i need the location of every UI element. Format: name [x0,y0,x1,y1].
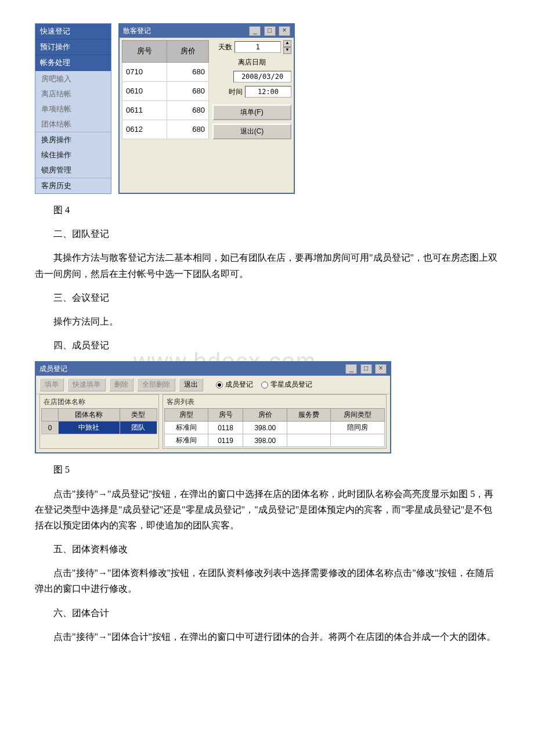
cell-group-type: 团队 [120,422,157,434]
cell-room-price: 398.00 [243,434,287,447]
dialog-title: 散客登记 [123,26,151,36]
minimize-icon[interactable]: _ [249,26,261,36]
section-title: 四、成员登记 [35,337,499,353]
nav-item[interactable]: 换房操作 [35,132,111,147]
cell-room: 0710 [122,62,167,81]
panel-caption: 客房列表 [167,397,385,407]
table-row[interactable]: 标准间 0119 398.00 [165,434,385,447]
body-text: 点击"接待"→"成员登记"按钮，在弹出的窗口中选择在店的团体名称，此时团队名称会… [35,486,499,534]
col-index [42,409,59,422]
section-title: 三、会议登记 [35,290,499,305]
col-room-price: 房价 [243,409,287,422]
group-list-panel: 在店团体名称 团体名称 类型 0 中旅社 团队 [39,394,159,449]
table-row[interactable]: 0612680 [122,120,209,139]
time-input[interactable]: 12:00 [245,86,291,98]
radio-label: 零星成员登记 [270,380,312,390]
nav-item[interactable]: 单项结帐 [35,102,111,117]
cell-price: 680 [167,100,209,120]
exit-button[interactable]: 退出(C) [212,124,291,139]
member-register-dialog: 成员登记 _ □ × 填单 快速填单 删除 全部删除 退出 成员登记 零星成员登… [35,361,391,453]
leave-date-label: 离店日期 [238,57,266,67]
col-room: 房号 [122,41,167,63]
col-room-type: 房型 [165,409,208,422]
body-text: 点击"接待"→"团体合计"按钮，在弹出的窗口中可进行团体的合并。将两个在店团的体… [35,629,499,645]
cell-room: 0612 [122,120,167,139]
radio-dot-icon [261,381,268,388]
body-text: 点击"接待"→"团体资料修改"按钮，在团队资料修改列表中选择需要修改的团体名称点… [35,565,499,596]
days-input[interactable]: 1 [234,41,281,53]
close-icon[interactable]: × [375,364,387,374]
table-row[interactable]: 0610680 [122,81,209,100]
nav-header[interactable]: 快速登记 [35,24,111,39]
dialog-title: 成员登记 [39,364,67,374]
radio-sporadic[interactable]: 零星成员登记 [261,380,312,390]
figure-4: 快速登记 预订操作 帐务处理 房吧输入 离店结帐 单项结帐 团体结帐 换房操作 … [35,23,499,194]
nav-item[interactable]: 客房历史 [35,178,111,193]
time-label: 时间 [229,87,243,97]
toolbar: 填单 快速填单 删除 全部删除 退出 成员登记 零星成员登记 [36,376,390,394]
cell-price: 680 [167,81,209,100]
minimize-icon[interactable]: _ [345,364,357,374]
section-title: 二、团队登记 [35,226,499,242]
room-table: 房号 房价 0710680 0610680 0611680 0612680 [122,40,209,139]
cell-index: 0 [42,422,59,434]
col-group-type: 类型 [120,409,157,422]
col-room-no: 房号 [208,409,243,422]
guest-register-dialog: 散客登记 _ □ × 房号 房价 0710680 0610680 0611680… [118,23,295,194]
nav-item[interactable]: 锁房管理 [35,163,111,178]
room-list-panel: 客房列表 房型 房号 房价 服务费 房间类型 标准间 0118 398.00 陪… [163,394,387,449]
table-row[interactable]: 0710680 [122,62,209,81]
cell-room-cat [330,434,384,447]
side-nav: 快速登记 预订操作 帐务处理 房吧输入 离店结帐 单项结帐 团体结帐 换房操作 … [35,23,111,194]
radio-member[interactable]: 成员登记 [216,380,253,390]
leave-date-input[interactable]: 2008/03/20 [233,71,291,82]
nav-header[interactable]: 预订操作 [35,39,111,55]
table-row[interactable]: 0 中旅社 团队 [42,422,157,434]
cell-group-name: 中旅社 [59,422,120,434]
col-price: 房价 [167,41,209,63]
cell-room-price: 398.00 [243,422,287,434]
cell-room: 0610 [122,81,167,100]
delete-all-button[interactable]: 全部删除 [137,378,175,391]
col-service-fee: 服务费 [287,409,331,422]
figure-caption: 图 5 [35,462,499,477]
radio-label: 成员登记 [225,380,253,390]
close-icon[interactable]: × [279,26,290,36]
cell-room-type: 标准间 [165,434,208,447]
panel-caption: 在店团体名称 [44,397,157,407]
section-title: 六、团体合计 [35,605,499,621]
col-group-name: 团体名称 [59,409,120,422]
nav-item[interactable]: 团体结帐 [35,117,111,132]
figure-caption: 图 4 [35,202,499,218]
body-text: 其操作方法与散客登记方法二基本相同，如已有团队在店，要再增加房间可用"成员登记"… [35,250,499,281]
days-label: 天数 [218,42,232,52]
cell-room-type: 标准间 [165,422,208,434]
nav-item[interactable]: 房吧输入 [35,71,111,87]
table-row[interactable]: 标准间 0118 398.00 陪同房 [165,422,385,434]
cell-service-fee [287,422,331,434]
fill-button[interactable]: 填单 [39,378,64,391]
cell-price: 680 [167,120,209,139]
fill-button[interactable]: 填单(F) [212,105,291,120]
cell-service-fee [287,434,331,447]
section-title: 五、团体资料修改 [35,541,499,557]
quickfill-button[interactable]: 快速填单 [67,378,106,391]
cell-room-no: 0119 [208,434,243,447]
cell-room-cat: 陪同房 [330,422,384,434]
dialog-titlebar: 成员登记 _ □ × [36,362,390,376]
cell-room: 0611 [122,100,167,120]
nav-header[interactable]: 帐务处理 [35,55,111,71]
cell-room-no: 0118 [208,422,243,434]
exit-button[interactable]: 退出 [179,378,203,391]
nav-item[interactable]: 离店结帐 [35,87,111,102]
delete-button[interactable]: 删除 [109,378,134,391]
col-room-cat: 房间类型 [330,409,384,422]
dialog-titlebar: 散客登记 _ □ × [120,24,294,38]
maximize-icon[interactable]: □ [360,364,372,374]
maximize-icon[interactable]: □ [264,26,276,36]
radio-dot-icon [216,381,223,388]
days-spinner[interactable]: ▲▼ [283,40,291,54]
nav-item[interactable]: 续住操作 [35,147,111,163]
table-row[interactable]: 0611680 [122,100,209,120]
body-text: 操作方法同上。 [35,314,499,329]
